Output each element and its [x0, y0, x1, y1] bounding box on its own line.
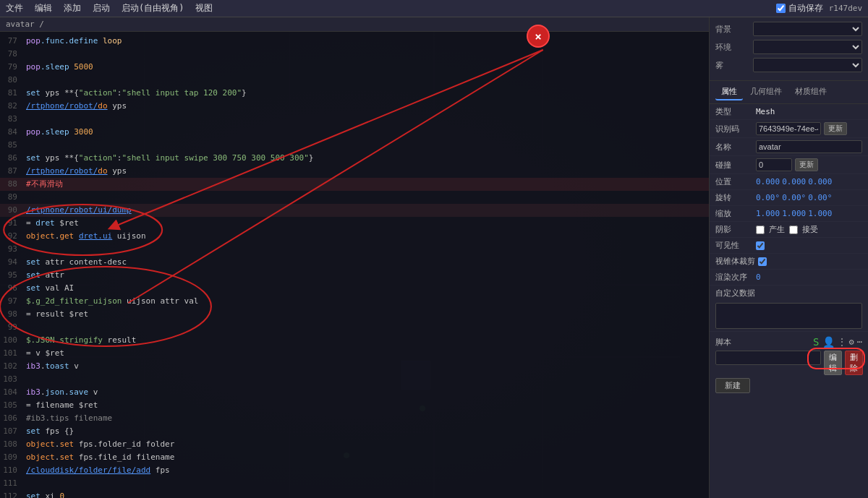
- scale-row: 缩放 1.000 1.000 1.000: [710, 206, 868, 222]
- code-line-84: 84 pop.sleep 3000: [0, 126, 709, 139]
- fog-row: 雾: [715, 58, 862, 72]
- script-header: 脚本 S 👤 ⋮ ⚙ ⋯: [715, 336, 862, 348]
- close-button[interactable]: ×: [527, 25, 550, 48]
- type-row: 类型 Mesh: [710, 104, 868, 120]
- menu-edit[interactable]: 编辑: [35, 2, 52, 14]
- bg-select[interactable]: [753, 22, 862, 36]
- render-order-value: 0: [756, 272, 761, 282]
- script-icon-person: 👤: [822, 336, 835, 348]
- position-xyz: 0.000 0.000 0.000: [756, 177, 862, 186]
- scale-label: 缩放: [715, 208, 753, 219]
- code-line-89: 89: [0, 191, 709, 204]
- collision-label: 碰撞: [715, 160, 753, 171]
- menubar: 文件 编辑 添加 启动 启动(自由视角) 视图 自动保存 r147dev: [0, 0, 868, 17]
- code-line-87: 87 /rtphone/robot/do yps: [0, 165, 709, 178]
- script-icon-gear[interactable]: ⚙: [849, 337, 854, 347]
- shadow-produce-cb[interactable]: [756, 226, 765, 234]
- collision-update-btn[interactable]: 更新: [795, 158, 818, 171]
- rotation-xyz: 0.00° 0.00° 0.00°: [756, 193, 862, 202]
- code-line-108: 108 object.set fps.folder_id folder: [0, 438, 709, 451]
- code-line-100: 100 $.JSON.stringify result: [0, 334, 709, 347]
- code-line-104: 104 ib3.json.save v: [0, 386, 709, 399]
- code-line-88: 88 #不再滑动: [0, 178, 709, 191]
- autosave-checkbox[interactable]: [776, 4, 786, 13]
- name-input[interactable]: [756, 140, 862, 153]
- editor-area: avatar / 77 pop.func.define loop 78 79 p…: [0, 17, 709, 498]
- visible-cb[interactable]: [756, 241, 765, 250]
- position-label: 位置: [715, 176, 753, 187]
- id-input[interactable]: [756, 122, 821, 135]
- tab-geometry[interactable]: 几何组件: [744, 84, 788, 100]
- shadow-receive-label: 接受: [802, 224, 818, 235]
- code-line-112: 112 set xi 0: [0, 490, 709, 498]
- panel-tabs: 属性 几何组件 材质组件: [710, 81, 868, 104]
- menu-add[interactable]: 添加: [64, 2, 81, 14]
- code-line-80: 80: [0, 74, 709, 87]
- id-label: 识别码: [715, 124, 753, 134]
- code-line-93: 93: [0, 243, 709, 256]
- position-z: 0.000: [808, 177, 832, 186]
- code-line-107: 107 set fps {}: [0, 425, 709, 438]
- code-line-92: 92 object.get dret.ui uijson: [0, 230, 709, 243]
- code-line-109: 109 object.set fps.file_id filename: [0, 451, 709, 464]
- type-value: Mesh: [756, 107, 862, 116]
- code-container[interactable]: 77 pop.func.define loop 78 79 pop.sleep …: [0, 32, 709, 498]
- frustum-cb[interactable]: [758, 257, 767, 266]
- code-line-81: 81 set yps **{"action":"shell input tap …: [0, 87, 709, 100]
- script-icon-grid: ⋮: [838, 337, 846, 347]
- code-line-103: 103: [0, 373, 709, 386]
- script-label: 脚本: [715, 337, 731, 348]
- new-script-btn[interactable]: 新建: [715, 378, 750, 393]
- position-y: 0.000: [782, 177, 806, 186]
- env-row: 环境: [715, 40, 862, 54]
- visible-row: 可见性: [710, 238, 868, 254]
- shadow-receive-cb[interactable]: [789, 226, 798, 234]
- tab-properties[interactable]: 属性: [715, 84, 743, 100]
- env-select[interactable]: [753, 40, 862, 54]
- code-line-95: 95 set attr: [0, 269, 709, 282]
- script-icon-menu[interactable]: ⋯: [857, 337, 862, 347]
- name-label: 名称: [715, 142, 753, 153]
- code-line-91: 91 = dret $ret: [0, 217, 709, 230]
- delete-script-btn[interactable]: 删除: [845, 351, 863, 375]
- env-label: 环境: [715, 42, 750, 53]
- code-line-96: 96 set val AI: [0, 282, 709, 295]
- script-section: 脚本 S 👤 ⋮ ⚙ ⋯ 编辑 删除: [710, 332, 868, 398]
- collision-input[interactable]: [756, 158, 792, 171]
- code-line-105: 105 = filename $ret: [0, 399, 709, 412]
- menu-view[interactable]: 视图: [195, 2, 213, 14]
- menu-start[interactable]: 启动: [93, 2, 110, 14]
- code-line-94: 94 set attr content-desc: [0, 256, 709, 269]
- id-row: 识别码 更新: [710, 120, 868, 138]
- custom-data-label: 自定义数据: [715, 288, 755, 299]
- tab-material[interactable]: 材质组件: [789, 84, 833, 100]
- code-line-82: 82 /rtphone/robot/do yps: [0, 100, 709, 113]
- name-row: 名称: [710, 138, 868, 156]
- custom-data-textarea[interactable]: [715, 303, 862, 329]
- code-line-83: 83: [0, 113, 709, 126]
- frustum-row: 视锥体裁剪: [710, 254, 868, 270]
- position-x: 0.000: [756, 177, 780, 186]
- menu-start-free[interactable]: 启动(自由视角): [122, 2, 184, 14]
- bg-label: 背景: [715, 24, 750, 35]
- custom-data-row: 自定义数据: [710, 286, 868, 332]
- collision-row: 碰撞 更新: [710, 156, 868, 174]
- code-line-90: 90 /rtphone/robot/ui/dump: [0, 204, 709, 217]
- script-icon-green: S: [813, 336, 819, 348]
- autosave-label: 自动保存: [776, 2, 823, 14]
- render-order-row: 渲染次序 0: [710, 270, 868, 286]
- type-label: 类型: [715, 106, 753, 117]
- menu-file[interactable]: 文件: [6, 2, 23, 14]
- rotation-z: 0.00°: [808, 193, 832, 202]
- scale-xyz: 1.000 1.000 1.000: [756, 209, 862, 218]
- code-line-106: 106 #ib3.tips filename: [0, 412, 709, 425]
- render-order-label: 渲染次序: [715, 272, 753, 283]
- version-label: r147dev: [829, 4, 862, 13]
- scale-x: 1.000: [756, 209, 780, 218]
- scale-y: 1.000: [782, 209, 806, 218]
- script-name-input[interactable]: [715, 351, 821, 365]
- code-line-77: 77 pop.func.define loop: [0, 35, 709, 48]
- edit-script-btn[interactable]: 编辑: [824, 351, 842, 375]
- fog-select[interactable]: [753, 58, 862, 72]
- id-update-btn[interactable]: 更新: [824, 122, 847, 135]
